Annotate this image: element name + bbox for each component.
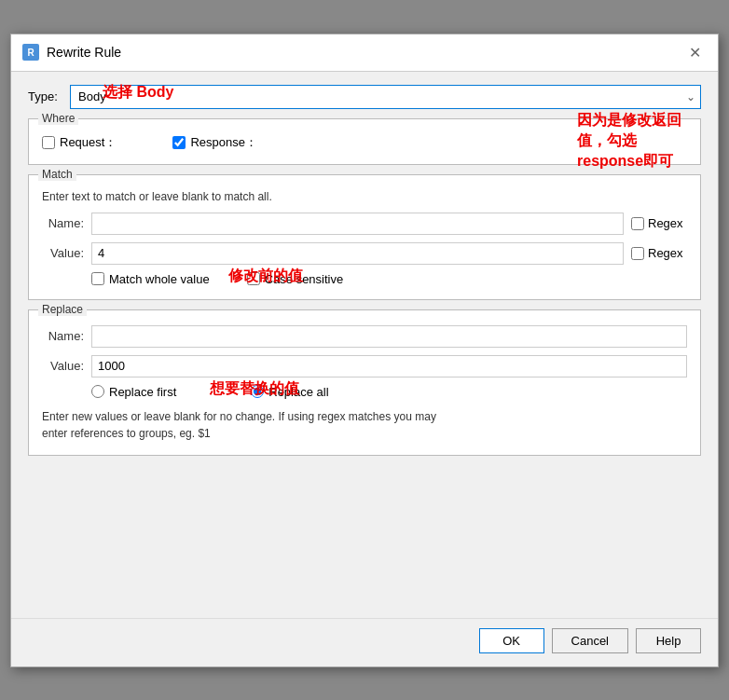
match-value-annotation: 修改前的值 — [228, 267, 303, 286]
replace-value-label: Value: — [42, 359, 84, 373]
response-label: Response： — [190, 134, 257, 151]
match-whole-label[interactable]: Match whole value — [91, 272, 210, 286]
replace-value-annotation: 想要替换的值 — [210, 379, 299, 399]
match-value-regex-label: Regex — [648, 246, 683, 260]
rewrite-rule-dialog: R Rewrite Rule ✕ Type: Body Header Query… — [10, 34, 719, 667]
dialog-body: Type: Body Header Query String ⌄ 选择 Body… — [11, 72, 718, 618]
match-section: Match Enter text to match or leave blank… — [28, 174, 701, 300]
match-options-row: Match whole value Case sensitive — [91, 272, 687, 286]
replace-name-label: Name: — [42, 329, 84, 343]
match-name-regex-label: Regex — [648, 216, 683, 230]
request-checkbox[interactable] — [42, 136, 55, 149]
match-value-regex: Regex — [631, 246, 687, 260]
ok-button[interactable]: OK — [479, 628, 544, 653]
type-annotation: 选择 Body — [103, 83, 173, 103]
titlebar-left: R Rewrite Rule — [22, 44, 121, 61]
match-name-label: Name: — [42, 216, 84, 230]
match-value-input[interactable] — [91, 242, 624, 265]
replace-name-input[interactable] — [91, 325, 687, 348]
match-value-row: Value: Regex 修改前的值 — [42, 242, 687, 265]
replace-radio-row: Replace first Replace all — [91, 385, 687, 399]
match-value-label: Value: — [42, 246, 84, 260]
replace-name-row: Name: — [42, 325, 687, 348]
match-value-regex-checkbox[interactable] — [631, 247, 644, 260]
dialog-footer: OK Cancel Help — [11, 618, 718, 666]
match-name-regex-checkbox[interactable] — [631, 217, 644, 230]
replace-hint: Enter new values or leave blank for no c… — [42, 408, 687, 442]
match-whole-checkbox[interactable] — [91, 272, 104, 285]
where-title: Where — [38, 112, 78, 125]
close-button[interactable]: ✕ — [683, 42, 707, 63]
match-name-row: Name: Regex — [42, 213, 687, 235]
titlebar: R Rewrite Rule ✕ — [11, 34, 718, 72]
match-title: Match — [38, 168, 76, 181]
match-name-regex: Regex — [631, 216, 687, 230]
match-hint: Enter text to match or leave blank to ma… — [42, 190, 687, 203]
response-annotation: 因为是修改返回 值，勾选 response即可 — [577, 112, 681, 170]
help-button[interactable]: Help — [636, 628, 701, 653]
match-name-input[interactable] — [91, 213, 624, 235]
replace-first-radio[interactable] — [91, 385, 104, 398]
type-label: Type: — [28, 89, 61, 103]
replace-section: Replace Name: Value: 想要替换的值 Replace firs… — [28, 309, 701, 456]
type-row: Type: Body Header Query String ⌄ 选择 Body — [28, 85, 701, 109]
replace-value-input[interactable] — [91, 355, 687, 377]
dialog-icon: R — [22, 44, 39, 61]
request-label: Request： — [60, 134, 117, 151]
replace-value-row: Value: 想要替换的值 — [42, 355, 687, 377]
response-checkbox-label[interactable]: Response： — [172, 134, 257, 151]
dialog-title: Rewrite Rule — [47, 45, 121, 60]
response-checkbox[interactable] — [172, 136, 186, 149]
where-section: Where Request： Response： 因为是修改返回 值，勾选 re… — [28, 118, 701, 165]
replace-title: Replace — [38, 303, 87, 316]
cancel-button[interactable]: Cancel — [552, 628, 628, 653]
request-checkbox-label[interactable]: Request： — [42, 134, 117, 151]
replace-first-label[interactable]: Replace first — [91, 385, 176, 399]
